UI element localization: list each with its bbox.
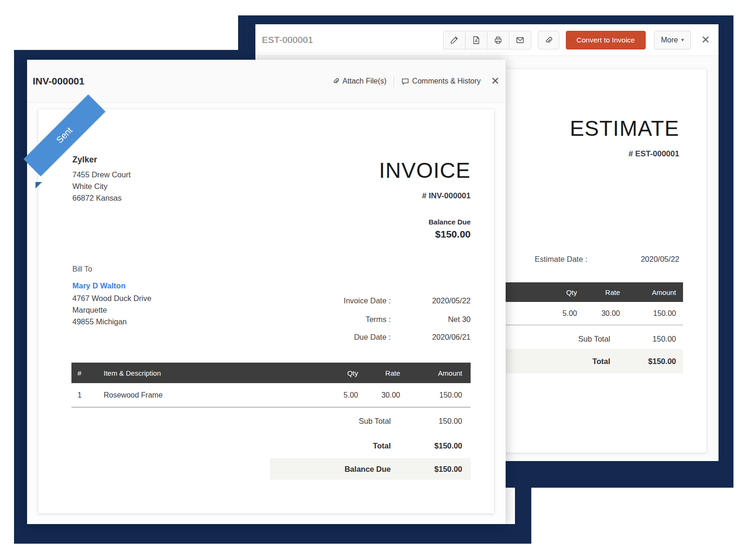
balance-label: Balance Due bbox=[345, 465, 391, 474]
attach-files-button[interactable]: Attach File(s) bbox=[332, 77, 387, 85]
estimate-doc-number: # EST-000001 bbox=[628, 149, 679, 159]
page: EST-000001 bbox=[0, 0, 747, 560]
subtotal-label: Sub Total bbox=[359, 417, 391, 426]
invoice-close-icon[interactable]: ✕ bbox=[491, 76, 500, 86]
row-amount: 150.00 bbox=[400, 391, 462, 399]
total-value: $150.00 bbox=[434, 441, 462, 450]
printer-icon bbox=[493, 35, 503, 45]
invoice-table-header: # Item & Description Qty Rate Amount bbox=[71, 363, 471, 383]
mail-icon bbox=[515, 35, 525, 45]
pdf-icon bbox=[472, 35, 481, 45]
item-column-header: Item & Description bbox=[92, 369, 316, 377]
estimate-close-icon[interactable]: ✕ bbox=[701, 35, 710, 45]
invoice-date-value: 2020/05/22 bbox=[432, 296, 471, 305]
attachment-icon bbox=[332, 77, 340, 85]
convert-to-invoice-button[interactable]: Convert to Invoice bbox=[566, 31, 646, 49]
bill-to-label: Bill To bbox=[72, 265, 92, 273]
total-label: Total bbox=[373, 441, 391, 450]
estimate-date-value: 2020/05/22 bbox=[641, 255, 679, 264]
row-qty: 5.00 bbox=[316, 391, 358, 399]
company-address-line: White City bbox=[72, 182, 107, 191]
rate-column-header: Rate bbox=[358, 369, 400, 377]
estimate-header: EST-000001 bbox=[255, 24, 719, 56]
estimate-date-label: Estimate Date : bbox=[535, 255, 587, 264]
total-value: $150.00 bbox=[648, 357, 676, 366]
row-amount: 150.00 bbox=[620, 309, 676, 318]
more-button[interactable]: More ▾ bbox=[654, 31, 691, 49]
sent-ribbon-label: Sent bbox=[54, 125, 74, 145]
subtotal-label: Sub Total bbox=[578, 335, 611, 343]
due-date-label: Due Date : bbox=[354, 333, 391, 342]
terms-label: Terms : bbox=[366, 315, 391, 324]
estimate-toolbar: Convert to Invoice More ▾ ✕ bbox=[443, 31, 710, 49]
invoice-header-actions: Attach File(s) Comments & History ✕ bbox=[332, 76, 500, 87]
invoice-doc-number: # INV-000001 bbox=[422, 191, 471, 201]
invoice-body: Sent Zylker 7455 Drew Court White City 6… bbox=[27, 103, 506, 524]
estimate-window-title: EST-000001 bbox=[262, 35, 313, 45]
row-qty: 5.00 bbox=[535, 309, 577, 318]
invoice-date-label: Invoice Date : bbox=[344, 296, 391, 305]
qty-column-header: Qty bbox=[316, 369, 358, 377]
subtotal-value: 150.00 bbox=[653, 335, 676, 343]
due-date-value: 2020/06/21 bbox=[432, 333, 471, 342]
estimate-doc-title: ESTIMATE bbox=[570, 116, 679, 141]
balance-due-label: Balance Due bbox=[429, 218, 471, 226]
company-address-line: 7455 Drew Court bbox=[72, 170, 131, 179]
email-button[interactable] bbox=[509, 31, 531, 49]
pdf-button[interactable] bbox=[465, 31, 487, 49]
invoice-window: INV-000001 Attach File(s) Comments & His… bbox=[27, 60, 506, 524]
chevron-down-icon: ▾ bbox=[681, 37, 684, 43]
customer-address-line: 49855 Michigan bbox=[72, 317, 127, 326]
customer-name-link[interactable]: Mary D Walton bbox=[72, 281, 126, 290]
customer-address-line: 4767 Wood Duck Drive bbox=[72, 294, 151, 303]
qty-column-header: Qty bbox=[535, 288, 577, 296]
invoice-table-row: 1 Rosewood Frame 5.00 30.00 150.00 bbox=[71, 383, 471, 407]
amount-column-header: Amount bbox=[400, 369, 462, 377]
edit-button[interactable] bbox=[443, 31, 465, 49]
comments-history-label: Comments & History bbox=[412, 77, 481, 85]
ribbon-fold bbox=[35, 182, 42, 189]
row-num: 1 bbox=[78, 391, 92, 399]
vertical-divider bbox=[394, 76, 394, 87]
rate-column-header: Rate bbox=[577, 288, 620, 296]
row-item: Rosewood Frame bbox=[92, 391, 316, 399]
customer-address-line: Marquette bbox=[72, 306, 107, 315]
invoice-doc-title: INVOICE bbox=[379, 158, 471, 183]
amount-column-header: Amount bbox=[620, 288, 676, 296]
row-rate: 30.00 bbox=[358, 391, 400, 399]
subtotal-value: 150.00 bbox=[439, 417, 462, 426]
print-button[interactable] bbox=[487, 31, 509, 49]
comments-history-button[interactable]: Comments & History bbox=[401, 77, 481, 85]
toolbar-button-group bbox=[443, 31, 531, 49]
company-address-line: 66872 Kansas bbox=[72, 194, 122, 203]
attach-button[interactable] bbox=[538, 31, 559, 49]
invoice-header: INV-000001 Attach File(s) Comments & His… bbox=[27, 60, 506, 103]
edit-icon bbox=[450, 35, 459, 45]
total-label: Total bbox=[592, 357, 610, 366]
attachment-icon bbox=[544, 35, 553, 45]
row-rate: 30.00 bbox=[577, 309, 620, 318]
invoice-window-title: INV-000001 bbox=[33, 76, 85, 87]
balance-value: $150.00 bbox=[434, 465, 462, 474]
attach-files-label: Attach File(s) bbox=[343, 77, 387, 85]
comment-icon bbox=[401, 77, 409, 85]
num-column-header: # bbox=[78, 369, 92, 377]
terms-value: Net 30 bbox=[448, 315, 471, 324]
company-name: Zylker bbox=[72, 155, 97, 165]
more-button-label: More bbox=[661, 36, 678, 44]
balance-due-value: $150.00 bbox=[435, 229, 471, 240]
